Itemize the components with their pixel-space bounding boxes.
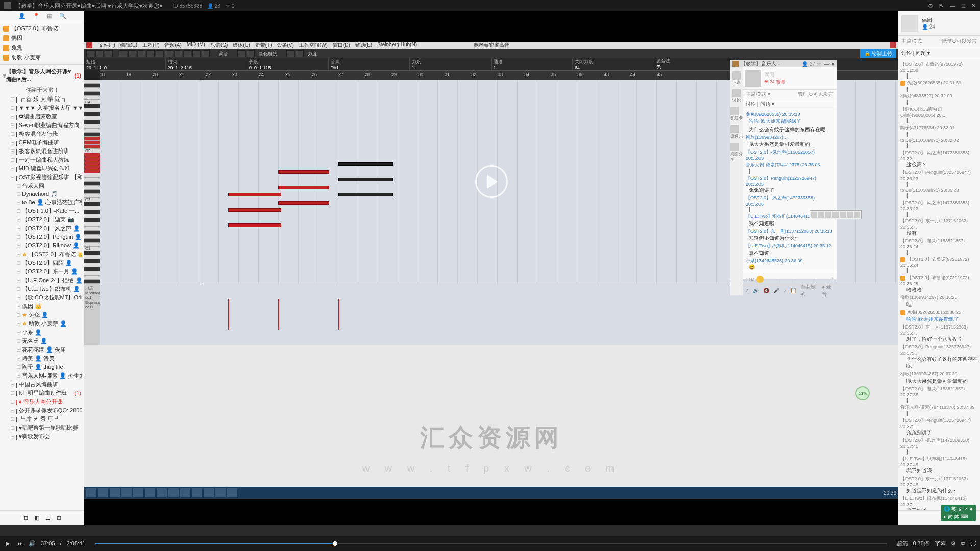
midi-note[interactable] [278,201,329,205]
tree-item[interactable]: ⊟ | CEM电子编曲班 [2,138,82,147]
tool-icon[interactable]: ◧ [34,515,39,521]
tool-button[interactable] [86,50,94,57]
play-overlay-button[interactable] [475,165,508,198]
tool-button[interactable] [128,50,136,57]
taskbar-item[interactable] [98,488,108,497]
chat-tool[interactable] [730,125,739,133]
taskbar-item[interactable] [192,488,202,497]
tool-icon[interactable] [847,212,853,218]
tool-icon[interactable] [854,212,860,218]
send-icon[interactable]: ✈ [830,276,835,282]
tool-icon[interactable] [832,212,839,218]
tool-button[interactable] [156,50,164,57]
tool-button[interactable] [296,50,304,57]
tool-button[interactable] [174,50,182,57]
tool-button[interactable] [165,50,173,57]
midi-note[interactable] [338,193,393,196]
daw-close-icon[interactable] [890,42,896,48]
tree-item[interactable]: ⊟Dynachord 🎵 [2,190,82,198]
start-button[interactable] [86,488,96,497]
tool-button[interactable] [202,50,210,57]
quality-button[interactable]: 超清 [897,540,908,547]
search-icon[interactable]: 🔍 [59,13,66,19]
tree-item[interactable]: ⊟to Be 👤 心事浩茫连广宇... [2,198,82,207]
menu-item[interactable]: 窗口(D) [333,42,350,49]
settings-icon[interactable]: ⚙ [928,3,933,9]
menu-item[interactable]: 编辑(E) [120,42,137,49]
playhead[interactable] [202,80,202,284]
chat-tool[interactable] [732,89,741,97]
progress-bar[interactable] [95,543,886,544]
menu-item[interactable]: MIDI(M) [187,42,205,49]
tree-item[interactable]: ⊟陶子 👤 thug life [2,363,82,371]
grid-icon[interactable]: ▦ [47,13,52,19]
menu-item[interactable]: 工作空间(W) [299,42,328,49]
midi-note[interactable] [278,170,329,174]
tree-item[interactable]: ⊟【U.E.Two】织布机 👤 [2,285,82,293]
tree-item[interactable]: ⊟音乐人网-谦素 👤 执生太深容易得... [2,371,82,380]
tool-button[interactable] [286,50,295,57]
chat-tool-icon[interactable]: ● 录音 [822,284,835,298]
midi-note[interactable] [228,223,281,227]
menu-item[interactable]: Steinberg Hub(N) [377,42,417,49]
taskbar-item[interactable] [215,488,226,497]
taskbar-item[interactable] [145,488,155,497]
chat-tool-icon[interactable]: ♪ [783,288,786,293]
chat-tabs[interactable]: 讨论 | 问题 ▾ [743,99,837,109]
tree-item[interactable]: ⊟ | 极客混音发行班 [2,130,82,138]
menu-item[interactable]: 帮助(E) [355,42,372,49]
taskbar-item[interactable] [204,488,214,497]
chat-tool[interactable] [732,71,741,80]
user-item[interactable]: 【OST2.0】布鲁诺 [3,23,81,33]
subtitle-button[interactable]: 字幕 [935,540,946,547]
emoji-icon[interactable] [756,276,764,283]
midi-note[interactable] [228,208,281,212]
taskbar-item[interactable] [168,488,179,497]
tree-item[interactable]: ⊟诗美 👤 诗美 [2,354,82,363]
tree-item[interactable]: ⊟【OST2.0】-迦莱 📷 [2,215,82,224]
user-item[interactable]: 偶因 [3,33,81,43]
ime-indicator[interactable]: 🌐 英 文 ✓ ● ▸ 简 体 ⌨ [941,505,976,521]
chat-titlebar[interactable]: 【教学】音乐人... 👤 27 ☆ — ● [730,60,837,67]
tree-item[interactable]: ⊟★兔兔 👤 [2,311,82,319]
tool-icon[interactable]: ☰ [45,515,51,521]
tree-item[interactable]: ⊟ | 极客多轨混音进阶班 [2,147,82,156]
chat-tool[interactable] [730,107,739,115]
close-icon[interactable]: ✕ [971,3,976,9]
tool-button[interactable] [183,50,191,57]
tool-button[interactable] [95,50,104,57]
midi-note[interactable] [278,186,329,189]
user-item[interactable]: 助教 小麦芽 [3,53,81,62]
tool-icon[interactable] [811,212,817,218]
tree-item[interactable]: ⊟★【OST2.0】布鲁诺 👑 [2,250,82,259]
chat-tool[interactable] [730,143,739,151]
pin-icon[interactable]: ⇱ [939,3,944,9]
tool-icon[interactable]: ⊞ [23,515,28,521]
play-button[interactable]: ▶ [4,540,11,547]
midi-note[interactable] [338,178,393,181]
menu-item[interactable]: 工程(P) [142,42,159,49]
tree-item[interactable]: ⊟ | ♦ 音乐人网公开课 [2,397,82,406]
tool-button[interactable] [192,50,201,57]
windows-taskbar[interactable]: 20:36 [84,487,898,499]
tool-icon[interactable] [818,212,824,218]
chat-tool-icon[interactable]: 🎤 [773,288,779,293]
tree-item[interactable]: ⊟【OST2.0】Riknow 👤 [2,241,82,250]
tool-button[interactable] [237,50,246,57]
chat-tool-icon[interactable]: 🔇 [763,288,769,293]
piano-keyboard[interactable]: C4C3C2C1 [84,80,100,284]
upload-button[interactable]: 🔒 绘制上传 [860,49,896,58]
menu-item[interactable]: 走带(T) [255,42,272,49]
tool-icon[interactable] [840,212,846,218]
close-icon[interactable]: ● [831,61,835,67]
tree-item[interactable]: ⊟ | 中国古风编曲班 [2,380,82,389]
midi-note[interactable] [338,162,393,166]
chat-tool-icon[interactable]: 📋 [790,288,796,293]
tree-item[interactable]: ⊟【OST2.0】-风之声 👤 [2,224,82,233]
tree-item[interactable]: ⊟【U.E.One 24】拒绝 👤 拒绝... [2,276,82,285]
tree-item[interactable]: ⊟ | ┏ 音 乐 人 学 院 ┓ [2,95,82,104]
next-button[interactable]: ⏭ [16,540,23,547]
progress-thumb[interactable] [333,541,337,546]
user-item[interactable]: 兔兔 [3,43,81,53]
tool-icon[interactable]: ⊡ [57,515,61,521]
